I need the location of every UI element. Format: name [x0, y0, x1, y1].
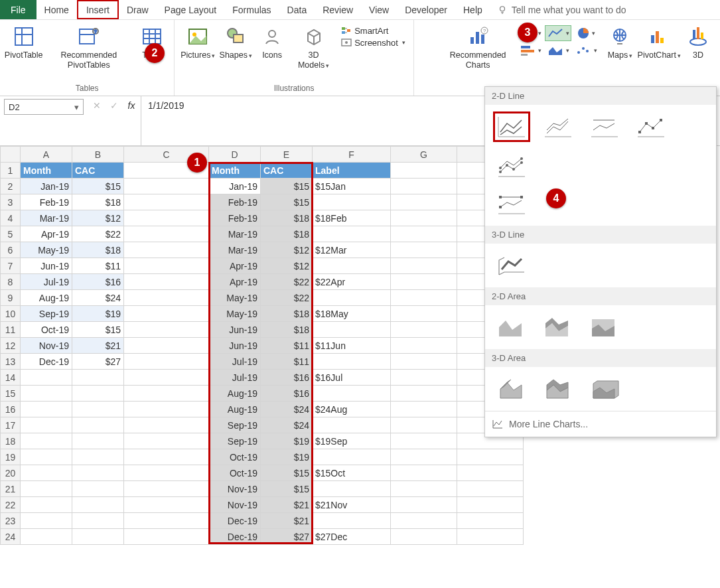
- cell[interactable]: $11: [72, 258, 124, 274]
- cell[interactable]: $22: [72, 226, 124, 242]
- col-header[interactable]: F: [313, 147, 391, 163]
- cell[interactable]: [124, 449, 209, 465]
- cell[interactable]: Nov-19: [209, 481, 261, 497]
- cell[interactable]: $21: [261, 497, 313, 513]
- stacked-area-thumb[interactable]: [540, 312, 577, 342]
- cell[interactable]: $27Dec: [313, 529, 391, 545]
- 100-stacked-line-thumb[interactable]: [586, 111, 623, 142]
- cell[interactable]: [391, 163, 457, 179]
- cell[interactable]: Sep-19: [209, 417, 261, 433]
- cell[interactable]: [391, 433, 457, 449]
- cell[interactable]: [313, 417, 391, 433]
- pivotchart-button[interactable]: PivotChart: [638, 23, 680, 62]
- row-header[interactable]: 19: [1, 449, 21, 465]
- cell[interactable]: $18: [261, 210, 313, 226]
- chart-bar-button[interactable]: [517, 42, 543, 58]
- cell[interactable]: Jun-19: [209, 322, 261, 338]
- cell[interactable]: May-19: [209, 290, 261, 306]
- cell[interactable]: $15: [72, 322, 124, 338]
- row-header[interactable]: 11: [1, 322, 21, 338]
- row-header[interactable]: 4: [1, 210, 21, 226]
- row-header[interactable]: 22: [1, 497, 21, 513]
- row-header[interactable]: 2: [1, 179, 21, 194]
- cell[interactable]: CAC: [72, 163, 124, 179]
- cell[interactable]: [21, 402, 72, 417]
- cell[interactable]: [72, 449, 124, 465]
- cell[interactable]: Nov-19: [209, 497, 261, 513]
- cell[interactable]: $22Apr: [313, 274, 391, 290]
- recommended-charts-button[interactable]: ? Recommended Charts: [441, 23, 515, 72]
- cell[interactable]: Sep-19: [209, 433, 261, 449]
- cell[interactable]: [391, 402, 457, 417]
- 3d-map-button[interactable]: 3D: [680, 23, 716, 62]
- cell[interactable]: [457, 449, 524, 465]
- cell[interactable]: [313, 354, 391, 370]
- 3d-models-button[interactable]: 3D Models: [290, 23, 337, 72]
- cell[interactable]: [124, 417, 209, 433]
- cell[interactable]: Sep-19: [21, 306, 72, 322]
- cell[interactable]: $19: [261, 449, 313, 465]
- chart-line-button[interactable]: [545, 25, 571, 41]
- cell[interactable]: Jun-19: [21, 258, 72, 274]
- cell[interactable]: [391, 513, 457, 529]
- cell[interactable]: Jan-19: [21, 179, 72, 194]
- cell[interactable]: [124, 529, 209, 545]
- cell[interactable]: $24: [261, 402, 313, 417]
- cell[interactable]: Jul-19: [21, 274, 72, 290]
- tab-page-layout[interactable]: Page Layout: [157, 0, 225, 19]
- cell[interactable]: [21, 386, 72, 402]
- row-header[interactable]: 8: [1, 274, 21, 290]
- cell[interactable]: [124, 481, 209, 497]
- cell[interactable]: Dec-19: [209, 513, 261, 529]
- row-header[interactable]: 7: [1, 258, 21, 274]
- cell[interactable]: $24: [72, 290, 124, 306]
- cell[interactable]: [124, 274, 209, 290]
- cell[interactable]: Aug-19: [21, 290, 72, 306]
- cell[interactable]: [21, 465, 72, 481]
- cell[interactable]: [391, 322, 457, 338]
- cell[interactable]: [457, 465, 524, 481]
- tab-draw[interactable]: Draw: [119, 0, 157, 19]
- cell[interactable]: [391, 481, 457, 497]
- cell[interactable]: $19: [261, 433, 313, 449]
- cell[interactable]: $15: [261, 481, 313, 497]
- cell[interactable]: [21, 481, 72, 497]
- cell[interactable]: [391, 274, 457, 290]
- fx-icon[interactable]: fx: [125, 100, 138, 111]
- cell[interactable]: [124, 513, 209, 529]
- cell[interactable]: $18: [261, 322, 313, 338]
- col-header[interactable]: B: [72, 147, 124, 163]
- cell[interactable]: [124, 386, 209, 402]
- row-header[interactable]: 17: [1, 417, 21, 433]
- cell[interactable]: $18: [261, 306, 313, 322]
- row-header[interactable]: 3: [1, 194, 21, 210]
- cell[interactable]: [313, 449, 391, 465]
- cell[interactable]: $15Oct: [313, 465, 391, 481]
- 3d-area-thumb[interactable]: [493, 374, 530, 404]
- cell[interactable]: [124, 322, 209, 338]
- row-header[interactable]: 24: [1, 529, 21, 545]
- cell[interactable]: Feb-19: [21, 194, 72, 210]
- cell[interactable]: Dec-19: [209, 529, 261, 545]
- row-header[interactable]: 5: [1, 226, 21, 242]
- cell[interactable]: [72, 417, 124, 433]
- cell[interactable]: $18: [72, 242, 124, 258]
- cell[interactable]: $12Mar: [313, 242, 391, 258]
- cell[interactable]: $11Jun: [313, 338, 391, 354]
- cell[interactable]: [72, 386, 124, 402]
- cell[interactable]: May-19: [21, 242, 72, 258]
- cell[interactable]: [124, 433, 209, 449]
- cell[interactable]: [72, 402, 124, 417]
- cell[interactable]: [391, 417, 457, 433]
- accept-formula-icon[interactable]: ✓: [108, 100, 121, 111]
- cell[interactable]: [391, 449, 457, 465]
- row-header[interactable]: 9: [1, 290, 21, 306]
- row-header[interactable]: 6: [1, 242, 21, 258]
- cell[interactable]: [21, 529, 72, 545]
- row-header[interactable]: 12: [1, 338, 21, 354]
- pictures-button[interactable]: Pictures: [179, 23, 217, 62]
- tab-review[interactable]: Review: [315, 0, 361, 19]
- cell[interactable]: [457, 529, 524, 545]
- name-box[interactable]: D2 ▾: [4, 99, 84, 115]
- cell[interactable]: Apr-19: [21, 226, 72, 242]
